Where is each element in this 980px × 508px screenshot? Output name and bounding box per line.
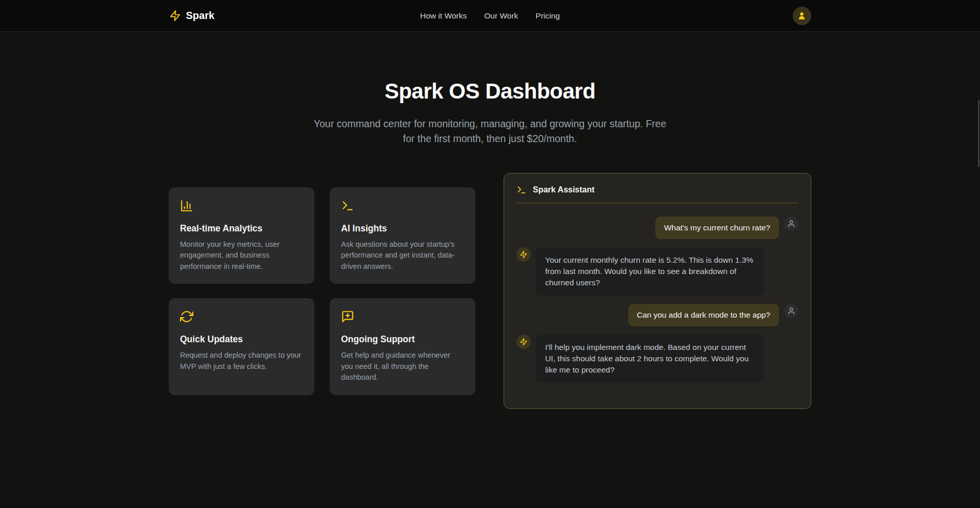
nav-link-our-work[interactable]: Our Work <box>484 11 518 21</box>
nav-link-pricing[interactable]: Pricing <box>535 11 559 21</box>
chat-message-assistant: Your current monthly churn rate is 5.2%.… <box>516 247 798 296</box>
assistant-avatar <box>516 335 531 349</box>
terminal-icon <box>341 199 354 212</box>
feature-description: Request and deploy changes to your MVP w… <box>180 350 303 372</box>
terminal-icon <box>516 185 527 195</box>
nav-links: How it Works Our Work Pricing <box>420 11 559 21</box>
main-content: Real-time Analytics Monitor your key met… <box>0 173 980 409</box>
feature-title: AI Insights <box>341 223 464 234</box>
assistant-avatar <box>516 247 531 262</box>
user-avatar <box>784 217 798 231</box>
zap-icon <box>519 338 528 346</box>
chat-message-user: What's my current churn rate? <box>516 217 798 239</box>
feature-description: Get help and guidance whenever you need … <box>341 350 464 383</box>
user-icon <box>787 307 795 315</box>
user-message-bubble: What's my current churn rate? <box>655 217 779 239</box>
assistant-message-bubble: Your current monthly churn rate is 5.2%.… <box>536 247 764 296</box>
feature-description: Ask questions about your startup's perfo… <box>341 239 464 272</box>
divider <box>516 203 798 203</box>
chat-messages: What's my current churn rate? Your curre… <box>516 217 798 383</box>
feature-card-quick-updates: Quick Updates Request and deploy changes… <box>169 298 314 395</box>
feature-title: Ongoing Support <box>341 334 464 345</box>
features-grid: Real-time Analytics Monitor your key met… <box>169 187 475 395</box>
account-avatar-button[interactable] <box>793 7 811 25</box>
hero-section: Spark OS Dashboard Your command center f… <box>0 79 980 146</box>
brand-name: Spark <box>186 10 215 22</box>
refresh-icon <box>180 310 193 323</box>
assistant-title: Spark Assistant <box>533 185 594 194</box>
feature-title: Quick Updates <box>180 334 303 345</box>
scrollbar[interactable] <box>978 100 979 167</box>
zap-icon <box>169 10 181 22</box>
brand-logo[interactable]: Spark <box>169 10 215 22</box>
chat-message-assistant: I'll help you implement dark mode. Based… <box>516 335 798 383</box>
bar-chart-icon <box>180 199 193 212</box>
feature-title: Real-time Analytics <box>180 223 303 234</box>
assistant-message-bubble: I'll help you implement dark mode. Based… <box>536 335 764 383</box>
feature-description: Monitor your key metrics, user engagemen… <box>180 239 303 272</box>
zap-icon <box>519 250 528 259</box>
assistant-header: Spark Assistant <box>516 185 798 195</box>
spark-assistant-panel: Spark Assistant What's my current churn … <box>504 173 811 409</box>
feature-card-ai-insights: AI Insights Ask questions about your sta… <box>330 187 475 284</box>
chat-message-user: Can you add a dark mode to the app? <box>516 304 798 326</box>
nav-link-how-it-works[interactable]: How it Works <box>420 11 467 21</box>
feature-card-ongoing-support: Ongoing Support Get help and guidance wh… <box>330 298 475 395</box>
user-filled-icon <box>797 11 807 21</box>
page-subtitle: Your command center for monitoring, mana… <box>313 116 667 146</box>
message-square-plus-icon <box>341 310 354 323</box>
user-icon <box>787 220 795 228</box>
user-message-bubble: Can you add a dark mode to the app? <box>628 304 779 326</box>
user-avatar <box>784 304 798 318</box>
navbar: Spark How it Works Our Work Pricing <box>0 0 980 32</box>
feature-card-real-time-analytics: Real-time Analytics Monitor your key met… <box>169 187 314 284</box>
page-title: Spark OS Dashboard <box>0 79 980 104</box>
